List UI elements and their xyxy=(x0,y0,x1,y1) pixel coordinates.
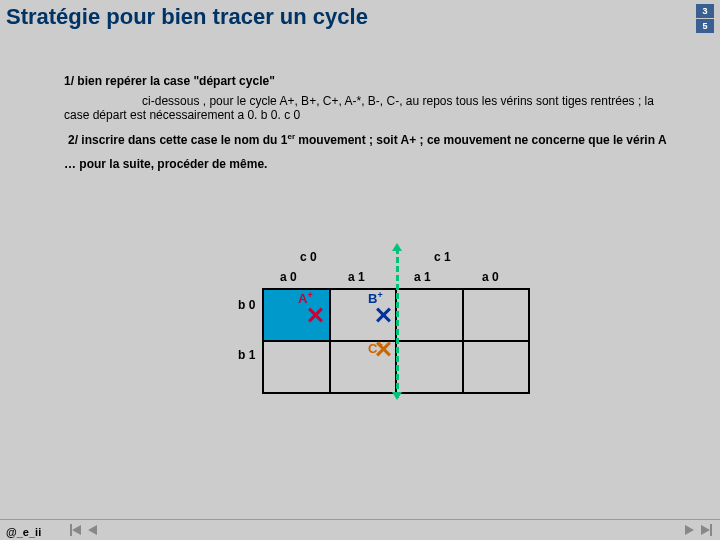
slide-counter-current: 3 xyxy=(696,4,714,18)
col-group-c0: c 0 xyxy=(300,250,317,264)
cell-1-3 xyxy=(463,341,530,393)
row-b1: b 1 xyxy=(238,348,255,362)
prev-slide-button[interactable] xyxy=(86,523,100,537)
col-a1-left: a 1 xyxy=(348,270,365,284)
cross-icon-C xyxy=(376,342,390,356)
next-slide-button[interactable] xyxy=(682,523,696,537)
col-a1-right: a 1 xyxy=(414,270,431,284)
cell-1-0 xyxy=(263,341,330,393)
page-title: Stratégie pour bien tracer un cycle xyxy=(6,4,368,30)
move-B: B+ xyxy=(368,290,383,306)
step-1-heading: 1/ bien repérer la case "départ cycle" xyxy=(64,74,680,88)
divider-line xyxy=(396,248,399,398)
cell-0-3 xyxy=(463,289,530,341)
step-1-detail: 1/ bien repérerci-dessous , pour le cycl… xyxy=(64,94,680,122)
arrow-down-icon xyxy=(392,392,402,400)
step-continue: … pour la suite, procéder de même. xyxy=(64,157,680,171)
cell-0-2 xyxy=(396,289,463,341)
col-a0-right: a 0 xyxy=(482,270,499,284)
slide-counter-total: 5 xyxy=(696,19,714,33)
cross-icon-A xyxy=(308,308,322,322)
arrow-up-icon xyxy=(392,243,402,251)
body-text: 1/ bien repérer la case "départ cycle" 1… xyxy=(60,74,680,171)
nav-left-group xyxy=(70,523,100,537)
footer: @_e_ii xyxy=(0,519,720,540)
slide-counter: 3 5 xyxy=(696,4,714,33)
step-2: 2/ inscrire dans cette case le nom du 1e… xyxy=(68,132,680,147)
cell-1-2 xyxy=(396,341,463,393)
row-b0: b 0 xyxy=(238,298,255,312)
first-slide-button[interactable] xyxy=(70,523,84,537)
col-group-c1: c 1 xyxy=(434,250,451,264)
nav-right-group xyxy=(682,523,712,537)
col-a0-left: a 0 xyxy=(280,270,297,284)
cross-icon-B xyxy=(376,308,390,322)
last-slide-button[interactable] xyxy=(698,523,712,537)
cycle-table: c 0 c 1 a 0 a 1 a 1 a 0 A+ B+ C+ xyxy=(230,250,530,388)
author-handle: @_e_ii xyxy=(6,526,41,538)
move-A: A+ xyxy=(298,290,313,306)
